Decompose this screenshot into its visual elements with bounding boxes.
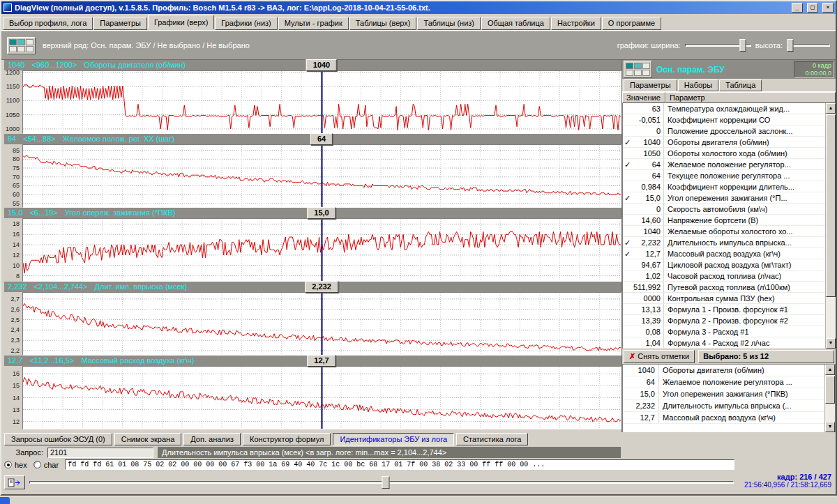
param-row[interactable]: ✓15,0Угол опережения зажигания (°П...	[623, 192, 825, 204]
slider-thumb[interactable]	[740, 39, 746, 52]
scroll-up-icon[interactable]: ▲	[826, 103, 836, 114]
param-name: Текущее положение регулятора ...	[664, 170, 825, 181]
chart-plot[interactable]	[22, 70, 621, 134]
request-input[interactable]	[47, 448, 153, 458]
selected-row[interactable]: 12,7Массовый расход воздуха (кг\ч)	[623, 412, 824, 424]
param-row[interactable]: 1,04Формула 4 - Расход #2 л/час	[623, 337, 825, 349]
param-name: Контрольная сумма ПЗУ (hex)	[664, 293, 825, 303]
start-button-fragment[interactable]	[0, 497, 10, 504]
scroll-down-icon[interactable]: ▼	[826, 338, 836, 349]
grid-cell	[26, 46, 33, 52]
param-row[interactable]: 94,67Цикловой расход воздуха (мг\такт)	[623, 259, 825, 270]
selected-row[interactable]: 15,0Угол опережения зажигания (°ПКВ)	[623, 388, 824, 400]
button-ecu-identifiers[interactable]: Идентификаторы ЭБУ из лога	[333, 433, 454, 445]
panel-tab-sets[interactable]: Наборы	[678, 79, 719, 91]
tab-charts-bottom[interactable]: Графики (низ)	[215, 17, 277, 30]
check-mark	[623, 170, 632, 181]
param-row[interactable]: 0Скорость автомобиля (км\ч)	[623, 204, 825, 215]
column-header-param[interactable]: Параметр	[665, 92, 836, 103]
param-row[interactable]: 0,08Формула 3 - Расход #1	[623, 326, 825, 337]
chart-plot[interactable]	[22, 292, 621, 356]
slider-thumb[interactable]	[787, 39, 793, 52]
param-row[interactable]: ✓1040Обороты двигателя (об/мин)	[623, 137, 825, 148]
layout-grid-icon[interactable]	[624, 61, 652, 78]
tab-tables-top[interactable]: Таблицы (верх)	[349, 17, 417, 30]
chart-ignition-advance: 15,0<6...19>Угол опереж. зажигания (°ПКВ…	[4, 208, 621, 282]
param-name: Массовый расход воздуха (кг\ч)	[664, 248, 825, 259]
param-row[interactable]: 64Текущее положение регулятора ...	[623, 170, 825, 181]
tab-charts-top[interactable]: Графики (верх)	[148, 15, 214, 29]
selected-row[interactable]: 2,232Длительность импульса впрыска (...	[623, 400, 824, 412]
hex-dump-field[interactable]: fd fd fd 61 01 08 75 02 02 00 00 00 00 6…	[65, 459, 734, 470]
layout-grid-icon[interactable]	[7, 37, 36, 54]
chart-plot[interactable]	[22, 218, 621, 282]
column-header-value[interactable]: Значение	[622, 92, 665, 103]
param-row[interactable]: 511,992Путевой расход топлива (л\100км)	[623, 282, 825, 293]
param-row[interactable]: ✓64Желаемое положение регулятор...	[623, 159, 825, 170]
param-row[interactable]: 13,13Формула 1 - Произв. форсунок #1	[623, 304, 825, 315]
chart-current-value: 2,232	[8, 282, 27, 291]
param-row[interactable]: ✓12,7Массовый расход воздуха (кг\ч)	[623, 248, 825, 259]
param-row[interactable]: 0,984Коэффициент коррекции длитель...	[623, 181, 825, 192]
button-ecu-errors[interactable]: Запросы ошибок ЭСУД (0)	[4, 433, 112, 445]
scroll-down-icon[interactable]: ▼	[825, 422, 835, 432]
scrollbar-thumb[interactable]	[825, 376, 835, 404]
chart-plot[interactable]	[22, 366, 621, 429]
check-mark	[623, 270, 632, 281]
selection-controls: ✗Снять отметки Выбрано: 5 из 12	[622, 349, 836, 364]
chart-range: <960...1200>	[31, 61, 77, 69]
param-row[interactable]: 1040Желаемые обороты холостого хо...	[623, 226, 825, 237]
hex-radio-label[interactable]: hex	[15, 461, 27, 469]
param-scrollbar[interactable]: ▲ ▼	[825, 103, 836, 349]
param-value: 0,984	[632, 181, 664, 192]
button-screenshot[interactable]: Снимок экрана	[114, 433, 182, 445]
tab-about[interactable]: О программе	[602, 17, 661, 30]
y-tick-label: 15	[13, 382, 20, 389]
param-row[interactable]: -0,051Коэффициент коррекции СО	[623, 114, 825, 125]
selected-count-label: Выбрано: 5 из 12	[698, 350, 834, 363]
selected-list-scrollbar[interactable]: ▲ ▼	[824, 365, 835, 432]
param-row[interactable]: 0Положение дроссельной заслонк...	[623, 125, 825, 137]
panel-tab-parameters[interactable]: Параметры	[624, 79, 677, 91]
tab-full-table[interactable]: Общая таблица	[481, 17, 550, 30]
check-mark: ✓	[623, 159, 632, 169]
selected-row[interactable]: 64Желаемое положение регулятора ...	[623, 376, 824, 388]
param-name: Угол опережения зажигания (°П...	[664, 192, 825, 203]
char-radio[interactable]	[33, 461, 41, 468]
param-row[interactable]: 63Температура охлаждающей жид...	[623, 103, 825, 114]
param-row[interactable]: ✓2,232Длительность импульса впрыска...	[623, 237, 825, 248]
timeline-thumb[interactable]	[382, 476, 390, 489]
maximize-button[interactable]: □	[807, 3, 818, 13]
close-button[interactable]: ×	[822, 3, 834, 13]
param-row[interactable]: 13,39Формула 2 - Произв. форсунок #2	[623, 315, 825, 326]
y-tick-label: 80	[13, 155, 20, 162]
check-mark	[623, 293, 632, 303]
char-radio-label[interactable]: char	[44, 461, 59, 469]
tab-parameters[interactable]: Параметры	[93, 17, 147, 30]
param-row[interactable]: 0000Контрольная сумма ПЗУ (hex)	[623, 293, 825, 304]
param-row[interactable]: 14,60Напряжение бортсети (В)	[623, 215, 825, 226]
button-extra-analysis[interactable]: Доп. анализ	[183, 433, 241, 445]
tab-profile-log[interactable]: Выбор профиля, лога	[3, 17, 93, 30]
tab-settings[interactable]: Настройки	[551, 17, 601, 30]
chart-plot[interactable]	[22, 144, 621, 208]
param-value: 15,0	[623, 388, 659, 399]
selected-row[interactable]: 1040Обороты двигателя (об/мин)	[623, 365, 824, 376]
param-row[interactable]: 1,02Часовой расход топлива (л\час)	[623, 270, 825, 282]
hex-radio[interactable]	[4, 461, 12, 468]
param-rows: 63Температура охлаждающей жид...-0,051Ко…	[623, 103, 825, 349]
timeline-slider[interactable]	[29, 475, 734, 489]
graph-height-slider[interactable]	[787, 39, 830, 52]
panel-tab-table[interactable]: Таблица	[719, 79, 762, 91]
button-log-statistics[interactable]: Статистика лога	[456, 433, 528, 445]
graph-width-slider[interactable]	[685, 39, 751, 52]
minimize-button[interactable]: _	[792, 3, 803, 13]
scroll-up-icon[interactable]: ▲	[825, 365, 835, 375]
scrollbar-thumb[interactable]	[826, 114, 836, 297]
clear-marks-button[interactable]: ✗Снять отметки	[624, 350, 695, 363]
button-formula-builder[interactable]: Конструктор формул	[243, 433, 331, 445]
export-button[interactable]	[4, 475, 25, 489]
param-row[interactable]: 1050Обороты холостого хода (об/мин)	[623, 148, 825, 159]
tab-tables-bottom[interactable]: Таблицы (низ)	[417, 17, 481, 30]
tab-multi-chart[interactable]: Мульти - график	[278, 17, 349, 30]
